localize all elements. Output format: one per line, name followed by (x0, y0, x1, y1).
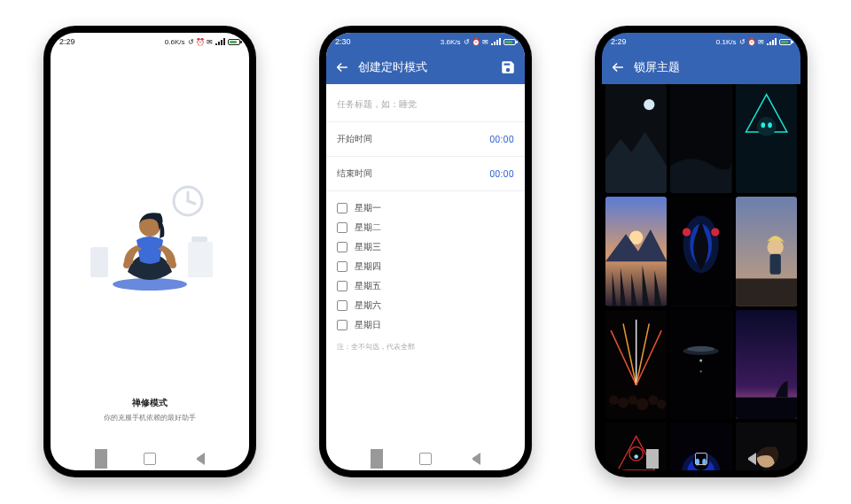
svg-point-54 (700, 370, 702, 372)
svg-point-20 (768, 122, 772, 128)
svg-point-33 (712, 229, 720, 236)
status-time: 2:29 (611, 37, 627, 46)
weekday-tuesday[interactable]: 星期二 (337, 218, 514, 237)
battery-icon (779, 39, 792, 45)
svg-point-13 (644, 99, 654, 110)
caption: 禅修模式 你的克服手机依赖的最好助手 (51, 397, 249, 423)
start-time-row[interactable]: 开始时间 00:00 (326, 122, 525, 157)
back-arrow-icon[interactable] (335, 60, 349, 74)
weekday-label: 星期六 (355, 299, 381, 312)
weekday-list: 星期一 星期二 星期三 星期四 星期五 星期六 星期日 (326, 191, 525, 338)
status-bar: 2:30 3.6K/s ↺ ⏰ ✉ (326, 33, 525, 50)
back-arrow-icon[interactable] (611, 60, 625, 74)
nav-home-icon[interactable] (144, 453, 156, 465)
signal-icon (215, 38, 225, 45)
android-nav-bar (51, 447, 249, 470)
app-bar-title: 锁屏主题 (634, 59, 680, 75)
theme-grid (605, 84, 797, 470)
checkbox-icon (337, 261, 347, 272)
checkbox-icon (337, 203, 347, 213)
status-net: 3.6K/s (441, 38, 461, 46)
theme-thumb-neon-mask[interactable] (736, 84, 797, 193)
start-time-label: 开始时间 (337, 133, 372, 145)
save-icon[interactable] (500, 59, 516, 75)
checkbox-icon (337, 222, 347, 233)
status-glyphs: ↺ ⏰ ✉ (464, 38, 488, 46)
app-bar: 创建定时模式 (326, 50, 525, 84)
weekday-saturday[interactable]: 星期六 (337, 296, 514, 315)
battery-icon (228, 39, 240, 45)
nav-home-icon[interactable] (419, 453, 432, 465)
app-bar: 锁屏主题 (602, 50, 800, 84)
svg-point-49 (657, 399, 667, 408)
status-time: 2:29 (59, 37, 75, 46)
nav-recent-icon[interactable] (646, 453, 659, 465)
svg-point-8 (169, 261, 176, 268)
signal-icon (767, 38, 777, 45)
status-time: 2:30 (335, 37, 351, 46)
svg-rect-37 (769, 254, 780, 275)
nav-back-icon[interactable] (468, 453, 480, 465)
svg-point-47 (636, 398, 649, 410)
status-right: 0.6K/s ↺ ⏰ ✉ (165, 38, 240, 46)
weekday-monday[interactable]: 星期一 (337, 198, 514, 218)
status-bar: 2:29 0.6K/s ↺ ⏰ ✉ (51, 33, 249, 50)
svg-point-46 (628, 395, 637, 405)
svg-point-45 (618, 397, 628, 407)
theme-thumb-mountain-moon[interactable] (605, 84, 667, 193)
svg-point-18 (757, 117, 777, 136)
svg-rect-3 (90, 247, 108, 277)
weekday-sunday[interactable]: 星期日 (337, 315, 514, 335)
nav-recent-icon[interactable] (95, 453, 107, 465)
svg-rect-4 (188, 242, 213, 277)
svg-point-52 (688, 345, 715, 351)
empty-state: 禅修模式 你的克服手机依赖的最好助手 (51, 50, 249, 470)
android-nav-bar (602, 447, 800, 470)
screen-3: 2:29 0.1K/s ↺ ⏰ ✉ 锁屏主题 (602, 33, 800, 470)
theme-grid-container[interactable] (602, 84, 800, 470)
theme-thumb-crowd-stage[interactable] (605, 310, 667, 419)
svg-rect-5 (191, 236, 207, 242)
task-title-row[interactable] (326, 84, 525, 122)
task-title-input[interactable] (337, 99, 514, 109)
theme-thumb-spaceship[interactable] (670, 310, 731, 419)
status-net: 0.6K/s (165, 38, 185, 46)
weekday-label: 星期三 (355, 241, 381, 253)
android-nav-bar (326, 447, 525, 470)
weekday-label: 星期五 (355, 280, 381, 292)
svg-point-7 (123, 261, 130, 268)
checkbox-icon (337, 320, 347, 330)
checkbox-icon (337, 300, 347, 311)
weekday-label: 星期一 (355, 202, 381, 214)
checkbox-icon (337, 281, 347, 291)
svg-point-48 (649, 395, 659, 405)
nav-back-icon[interactable] (744, 453, 756, 465)
theme-thumb-blue-aura[interactable] (670, 197, 731, 306)
weekday-label: 星期四 (355, 260, 381, 273)
battery-icon (504, 39, 516, 45)
theme-thumb-horizon-glow[interactable] (736, 310, 797, 419)
app-bar-title: 创建定时模式 (358, 59, 427, 75)
theme-thumb-sunset-pines[interactable] (605, 197, 667, 306)
end-time-row[interactable]: 结束时间 00:00 (326, 157, 525, 191)
caption-title: 禅修模式 (51, 397, 249, 409)
nav-back-icon[interactable] (192, 453, 205, 465)
weekday-friday[interactable]: 星期五 (337, 276, 514, 296)
phone-frame-3: 2:29 0.1K/s ↺ ⏰ ✉ 锁屏主题 (595, 26, 808, 477)
svg-point-36 (767, 239, 783, 255)
end-time-value: 00:00 (489, 169, 514, 179)
weekday-thursday[interactable]: 星期四 (337, 257, 514, 276)
status-glyphs: ↺ ⏰ ✉ (188, 38, 213, 46)
weekday-wednesday[interactable]: 星期三 (337, 237, 514, 257)
meditation-illustration (83, 176, 216, 309)
status-right: 0.1K/s ↺ ⏰ ✉ (716, 38, 792, 46)
svg-rect-56 (736, 397, 797, 419)
theme-thumb-anime-girl[interactable] (736, 197, 797, 306)
nav-recent-icon[interactable] (371, 453, 383, 465)
svg-line-2 (188, 201, 195, 204)
svg-rect-50 (670, 310, 731, 419)
weekday-label: 星期日 (355, 319, 381, 331)
nav-home-icon[interactable] (695, 453, 707, 465)
svg-point-6 (113, 278, 187, 291)
theme-thumb-black-plain[interactable] (670, 84, 731, 193)
